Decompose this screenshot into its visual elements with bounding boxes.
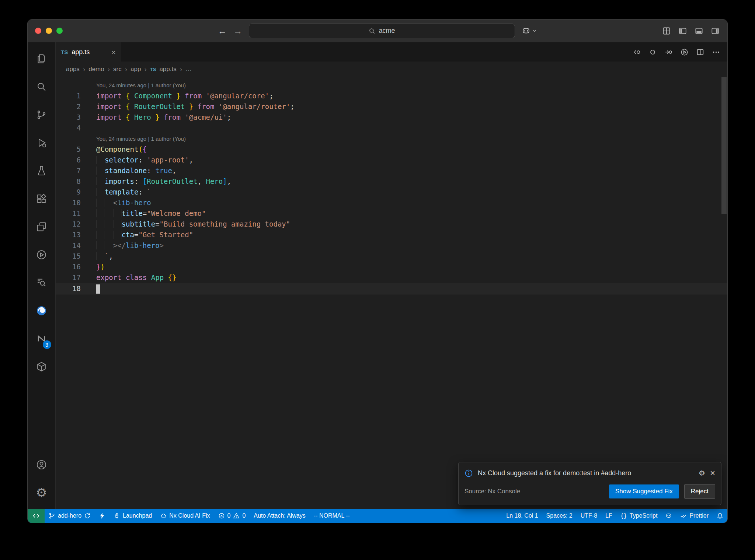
line-number[interactable]: 15 <box>56 251 96 262</box>
code-line[interactable]: 11 title="Welcmoe demo" <box>56 208 727 219</box>
code-editor[interactable]: You, 24 minutes ago | 1 author (You)1imp… <box>56 77 727 509</box>
sidebar-item-nx-console[interactable]: 3 <box>28 325 56 353</box>
line-number[interactable]: 16 <box>56 262 96 272</box>
line-number[interactable]: 6 <box>56 155 96 165</box>
code-line[interactable]: 3import { Hero } from '@acme/ui'; <box>56 112 727 123</box>
copilot-status[interactable] <box>661 509 676 523</box>
codelens-row[interactable]: You, 24 minutes ago | 1 author (You) <box>56 80 727 91</box>
code-line[interactable]: 5@Component({ <box>56 144 727 155</box>
breadcrumb-item-src[interactable]: src <box>113 66 122 73</box>
toggle-panel-icon[interactable] <box>695 27 703 35</box>
sidebar-item-run-debug[interactable] <box>28 129 56 157</box>
line-number[interactable]: 3 <box>56 112 96 123</box>
line-number[interactable]: 5 <box>56 144 96 155</box>
notifications-bell[interactable] <box>713 509 727 523</box>
sidebar-item-containers[interactable] <box>28 353 56 381</box>
line-number[interactable]: 8 <box>56 176 96 187</box>
run-to-cursor-icon[interactable] <box>665 48 672 56</box>
sidebar-item-explorer[interactable] <box>28 45 56 73</box>
breadcrumb-item-apps[interactable]: apps <box>66 66 80 73</box>
breadcrumb-item-symbol[interactable]: … <box>185 66 192 73</box>
reject-button[interactable]: Reject <box>684 484 715 499</box>
notification-settings-icon[interactable]: ⚙ <box>699 469 705 477</box>
auto-attach-status[interactable]: Auto Attach: Always <box>250 509 310 523</box>
line-number[interactable]: 2 <box>56 101 96 112</box>
codelens-row[interactable]: You, 24 minutes ago | 1 author (You) <box>56 133 727 144</box>
code-line[interactable]: 8 imports: [RouterOutlet, Hero], <box>56 176 727 187</box>
line-number[interactable] <box>56 80 96 91</box>
encoding-status[interactable]: UTF-8 <box>577 509 601 523</box>
codelens-text[interactable]: You, 24 minutes ago | 1 author (You) <box>96 133 727 144</box>
close-window-button[interactable] <box>35 28 41 34</box>
formatter-status[interactable]: Prettier <box>676 509 713 523</box>
git-branch-status[interactable]: add-hero <box>45 509 95 523</box>
command-center-search[interactable]: acme <box>249 24 515 38</box>
code-line[interactable]: 16}) <box>56 262 727 272</box>
code-line[interactable]: 10 <lib-hero <box>56 197 727 208</box>
line-number[interactable]: 12 <box>56 219 96 230</box>
tab-app-ts[interactable]: TS app.ts × <box>56 42 121 62</box>
sidebar-item-testing[interactable] <box>28 157 56 185</box>
zoom-window-button[interactable] <box>56 28 63 34</box>
accounts-button[interactable] <box>28 451 56 479</box>
launchpad-status[interactable]: Launchpad <box>109 509 156 523</box>
code-line[interactable]: 15 `, <box>56 251 727 262</box>
sidebar-item-remote-explorer[interactable] <box>28 213 56 241</box>
code-line[interactable]: 14 ></lib-hero> <box>56 240 727 251</box>
eol-status[interactable]: LF <box>601 509 616 523</box>
nx-cloud-status[interactable]: Nx Cloud AI Fix <box>156 509 214 523</box>
sidebar-item-extensions[interactable] <box>28 185 56 213</box>
remote-indicator[interactable] <box>28 509 45 523</box>
customize-layout-icon[interactable] <box>662 27 671 35</box>
language-mode-status[interactable]: {} TypeScript <box>616 509 662 523</box>
notification-close-icon[interactable]: × <box>710 469 715 477</box>
vim-mode-status[interactable]: -- NORMAL -- <box>310 509 354 523</box>
code-line[interactable]: 7 standalone: true, <box>56 165 727 176</box>
tab-close-icon[interactable]: × <box>111 48 116 56</box>
minimize-window-button[interactable] <box>46 28 52 34</box>
line-number[interactable]: 1 <box>56 91 96 101</box>
run-code-icon[interactable] <box>681 48 688 56</box>
line-number[interactable]: 11 <box>56 208 96 219</box>
code-line[interactable]: 9 template: ` <box>56 187 727 197</box>
nx-generate-status[interactable] <box>95 509 109 523</box>
vertical-scrollbar[interactable] <box>721 77 727 214</box>
copilot-menu[interactable] <box>522 27 537 35</box>
codelens-text[interactable]: You, 24 minutes ago | 1 author (You) <box>96 80 727 91</box>
breadcrumb-item-file[interactable]: app.ts <box>159 66 176 73</box>
line-number[interactable] <box>56 133 96 144</box>
code-line[interactable]: 17export class App {} <box>56 272 727 283</box>
line-number[interactable]: 18 <box>56 283 96 294</box>
more-actions-icon[interactable] <box>712 48 720 56</box>
sidebar-item-edge-tools[interactable] <box>28 297 56 325</box>
show-suggested-fix-button[interactable]: Show Suggested Fix <box>609 484 679 498</box>
line-number[interactable]: 10 <box>56 197 96 208</box>
toggle-sidebar-right-icon[interactable] <box>711 27 719 35</box>
problems-status[interactable]: 0 0 <box>214 509 250 523</box>
sidebar-item-source-control[interactable] <box>28 101 56 129</box>
cursor-position-status[interactable]: Ln 18, Col 1 <box>502 509 542 523</box>
line-number[interactable]: 9 <box>56 187 96 197</box>
code-line[interactable]: 1import { Component } from '@angular/cor… <box>56 91 727 101</box>
line-number[interactable]: 17 <box>56 272 96 283</box>
toggle-sidebar-left-icon[interactable] <box>679 27 687 35</box>
code-line[interactable]: 4 <box>56 123 727 133</box>
breadcrumb-item-demo[interactable]: demo <box>88 66 104 73</box>
line-number[interactable]: 13 <box>56 230 96 240</box>
open-changes-icon[interactable] <box>633 48 641 56</box>
code-line[interactable]: 6 selector: 'app-root', <box>56 155 727 165</box>
code-line[interactable]: 13 cta="Get Started" <box>56 230 727 240</box>
sidebar-item-run-circle[interactable] <box>28 241 56 269</box>
line-number[interactable]: 14 <box>56 240 96 251</box>
line-number[interactable]: 7 <box>56 165 96 176</box>
code-line[interactable]: 12 subtitle="Build something amazing tod… <box>56 219 727 230</box>
settings-button[interactable]: ⚙ <box>28 479 56 507</box>
breakpoint-icon[interactable] <box>649 48 657 56</box>
sidebar-item-search[interactable] <box>28 73 56 101</box>
sidebar-item-search-editor[interactable] <box>28 269 56 297</box>
navigate-forward-icon[interactable]: → <box>233 27 242 35</box>
navigate-back-icon[interactable]: ← <box>218 27 227 35</box>
split-editor-icon[interactable] <box>696 48 704 56</box>
code-line[interactable]: 2import { RouterOutlet } from '@angular/… <box>56 101 727 112</box>
line-number[interactable]: 4 <box>56 123 96 133</box>
